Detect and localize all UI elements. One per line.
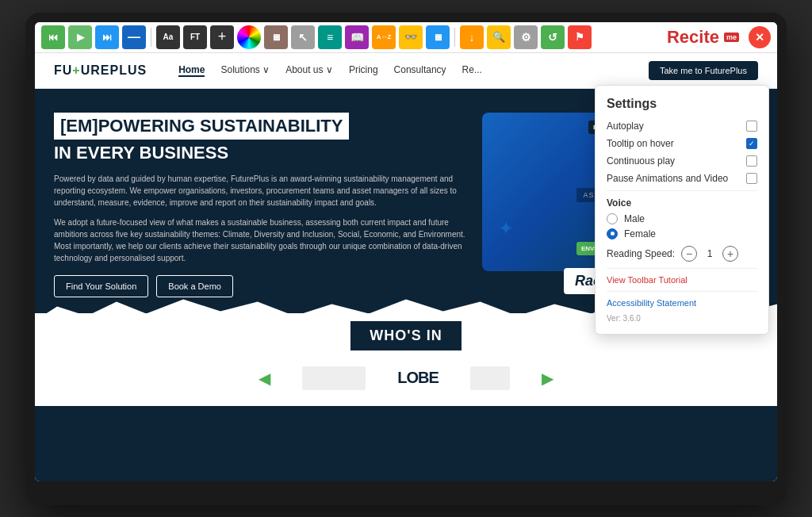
speed-value: 1 [703,248,716,259]
female-label: Female [624,228,656,239]
nav-about[interactable]: About us ∨ [285,64,333,77]
download-btn[interactable]: ↓ [460,25,484,49]
nav-right: Take me to FuturePlus [649,61,758,80]
star-icon: ✦ [498,217,514,239]
nav-consultancy[interactable]: Consultancy [394,64,446,77]
hero-left: [EM]POWERING SUSTAINABILITY IN EVERY BUS… [54,113,466,297]
continuous-checkbox[interactable] [746,155,757,167]
settings-divider3 [607,291,757,292]
tooltip-checkbox[interactable]: ✓ [746,138,757,149]
nav-pricing[interactable]: Pricing [349,64,378,77]
pause-checkbox[interactable] [746,173,757,184]
reading-speed-row: Reading Speed: − 1 + [607,246,757,262]
website-nav: FU+UREPLUS Home Solutions ∨ About us ∨ P… [35,53,777,89]
nav-links: Home Solutions ∨ About us ∨ Pricing Cons… [178,64,482,77]
female-radio-row: Female [607,228,757,239]
autoplay-label: Autoplay [607,121,644,132]
hero-buttons: Find Your Solution Book a Demo [54,275,466,297]
hero-title-sub: IN EVERY BUSINESS [54,143,466,163]
female-radio[interactable] [607,228,618,239]
male-radio-row: Male [607,213,757,224]
settings-panel: Settings Autoplay Tooltip on hover ✓ Con… [595,85,769,335]
tool2-btn[interactable]: ▦ [426,25,450,49]
settings-btn[interactable]: ⚙ [514,25,538,49]
color-wheel-btn[interactable] [237,25,261,49]
partner-logo-1 [302,366,366,390]
version-text: Ver: 3.6.0 [607,314,757,323]
voice-label: Voice [607,197,757,209]
font-size-btn[interactable]: Aa [156,25,180,49]
logo-plus: + [72,63,80,77]
refresh-btn[interactable]: ↺ [541,25,565,49]
settings-divider [607,190,757,191]
translate-btn[interactable]: A↔Z [372,25,396,49]
autoplay-row: Autoplay [607,121,757,132]
book-demo-btn[interactable]: Book a Demo [156,275,233,297]
hero-para1: Powered by data and guided by human expe… [54,173,466,209]
partner-logo-2: LOBE [397,369,439,387]
recite-logo: Recite me [667,27,739,48]
autoplay-checkbox[interactable] [746,121,757,132]
nav-home[interactable]: Home [178,64,205,77]
glasses-btn[interactable]: 👓 [399,25,423,49]
male-radio[interactable] [607,213,618,224]
accessibility-link[interactable]: Accessibility Statement [607,298,757,308]
tooltip-row: Tooltip on hover ✓ [607,138,757,149]
partner-logos-row: ◀ LOBE ▶ [35,366,777,390]
tool1-btn[interactable]: ▦ [264,25,288,49]
hero-title-badge: [EM]POWERING SUSTAINABILITY [54,113,349,140]
continuous-label: Continuous play [607,155,675,167]
whos-in-badge: WHO'S IN [350,321,461,350]
rewind-btn[interactable]: ⏮ [41,25,65,49]
laptop-shell: ⏮ ▶ ⏭ — Aa FT + ▦ ↖ ≡ 📖 A↔Z 👓 ▦ ↓ 🔍 ⚙ ↺ … [25,13,787,505]
speed-plus-btn[interactable]: + [722,246,738,262]
logo-arrow-left[interactable]: ◀ [259,369,270,388]
find-solution-btn[interactable]: Find Your Solution [54,275,148,297]
close-toolbar-btn[interactable]: ✕ [749,26,771,48]
stop-btn[interactable]: — [122,25,146,49]
font-type-btn[interactable]: FT [183,25,207,49]
tooltip-label: Tooltip on hover [607,138,674,149]
separator2 [454,28,455,47]
settings-title: Settings [607,97,757,111]
continuous-row: Continuous play [607,155,757,167]
nav-solutions[interactable]: Solutions ∨ [220,64,270,77]
voice-section: Voice Male Female [607,197,757,239]
lines-btn[interactable]: ≡ [318,25,342,49]
logo-arrow-right[interactable]: ▶ [542,369,553,388]
pause-row: Pause Animations and Video [607,173,757,184]
partner-logo-3 [470,366,510,390]
recite-brand-text: Recite [667,27,719,48]
male-label: Male [624,213,645,224]
book-btn[interactable]: 📖 [345,25,369,49]
flag-btn[interactable]: ⚑ [568,25,592,49]
reading-speed-label: Reading Speed: [607,248,675,259]
nav-more[interactable]: Re... [462,64,482,77]
search-btn[interactable]: 🔍 [487,25,511,49]
separator1 [151,28,151,47]
add-btn[interactable]: + [210,25,234,49]
website-content: FU+UREPLUS Home Solutions ∨ About us ∨ P… [35,53,777,481]
screen: ⏮ ▶ ⏭ — Aa FT + ▦ ↖ ≡ 📖 A↔Z 👓 ▦ ↓ 🔍 ⚙ ↺ … [35,22,777,481]
toolbar-tutorial-link[interactable]: View Toolbar Tutorial [607,275,757,285]
site-logo: FU+UREPLUS [54,63,147,78]
hero-para2: We adopt a future-focused view of what m… [54,216,466,264]
toolbar: ⏮ ▶ ⏭ — Aa FT + ▦ ↖ ≡ 📖 A↔Z 👓 ▦ ↓ 🔍 ⚙ ↺ … [35,22,777,53]
settings-divider2 [607,268,757,269]
speed-minus-btn[interactable]: − [681,246,697,262]
play-btn[interactable]: ▶ [68,25,92,49]
pause-label: Pause Animations and Video [607,173,728,184]
cursor-btn[interactable]: ↖ [291,25,315,49]
take-me-cta-btn[interactable]: Take me to FuturePlus [649,61,758,80]
recite-me-badge: me [724,33,739,42]
forward-btn[interactable]: ⏭ [95,25,119,49]
